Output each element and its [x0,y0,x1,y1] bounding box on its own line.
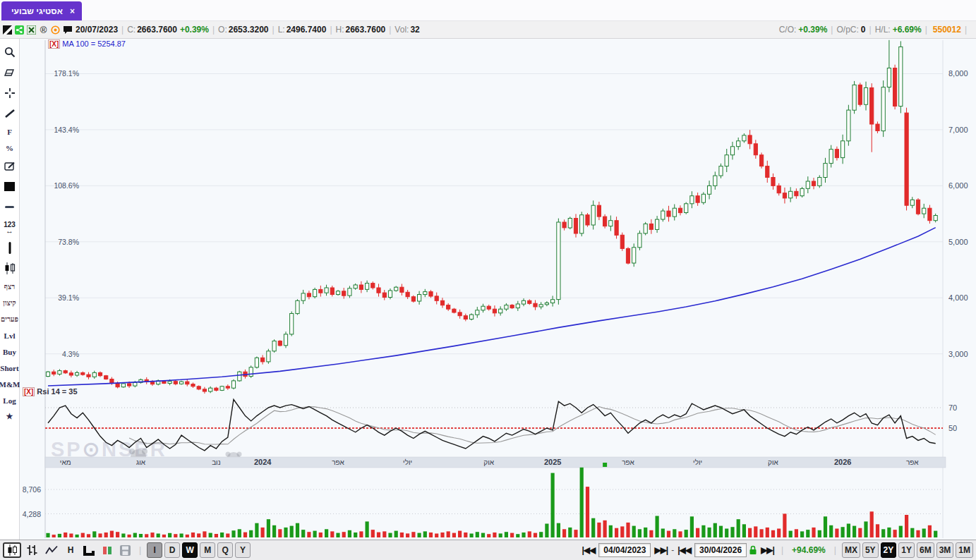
svg-text:6,000: 6,000 [948,181,968,190]
price-chart[interactable]: 8,000178.1%7,000143.4%6,000108.6%5,00073… [20,39,976,540]
target-icon[interactable] [50,25,61,35]
info-toolbar: ® 20/07/2023|C:2663.7600+0.39%|O:2653.32… [0,21,976,39]
svg-text:7,000: 7,000 [948,126,968,134]
range-start-forward-icon[interactable]: ▶▶| [653,545,669,555]
svg-text:4.3%: 4.3% [62,350,79,358]
ohlc-button[interactable] [23,542,40,558]
profile-button[interactable] [80,542,97,558]
interval-D-button[interactable]: D [164,542,180,558]
interval-M-button[interactable]: M [200,542,215,558]
svg-text:4,288: 4,288 [23,510,41,518]
rectangle-tool-icon[interactable] [0,176,20,197]
percent-tool[interactable]: % [0,140,20,156]
tool-sequence[interactable]: רצף [0,279,20,295]
interval-W-button[interactable]: W [182,542,198,558]
horizontal-line-tool-icon[interactable] [0,197,20,217]
svg-text:4,000: 4,000 [948,293,968,302]
trendline-icon[interactable] [0,103,20,123]
svg-text:73.8%: 73.8% [58,238,79,246]
zoom-1M-button[interactable]: 1M [956,542,973,558]
h-button[interactable]: H [63,542,78,558]
readout-field: O:2653.3200 [218,25,268,35]
svg-text:יולי: יולי [403,458,412,466]
bottom-toolbar: H|IDWMQY |◀◀04/04/2023▶▶|-|◀◀30/04/2026▶… [0,540,976,560]
range-start-back-icon[interactable]: |◀◀ [581,545,597,555]
svg-text:אוג: אוג [136,458,146,466]
share-icon[interactable] [14,25,25,35]
readout-right-field: C/O:+0.39% [779,25,828,35]
chart-icon[interactable] [2,25,13,35]
ma-indicator-label[interactable]: [X]MA 100 = 5254.87 [48,39,126,48]
tool-gaps[interactable]: פערים [0,311,20,327]
svg-text:143.4%: 143.4% [54,126,79,134]
tool-log[interactable]: Log [0,392,20,408]
zoom-3M-button[interactable]: 3M [936,542,954,558]
candle-pattern-icon[interactable] [0,258,20,279]
zoom-5Y-button[interactable]: 5Y [862,542,879,558]
range-start-date[interactable]: 04/04/2023 [598,543,651,557]
fibonacci-tool[interactable]: F [0,123,20,140]
readout-right-field: O/pC:0 [836,25,865,35]
range-end-back-icon[interactable]: |◀◀ [676,545,692,555]
zoom-6M-button[interactable]: 6M [917,542,934,558]
zoom-2Y-button[interactable]: 2Y [881,542,897,558]
colored-bars-button[interactable] [100,542,115,558]
chart-area[interactable]: 8,000178.1%7,000143.4%6,000108.6%5,00073… [20,39,976,540]
readout-field: C:2663.7600+0.39% [127,25,209,35]
tab-title: אסטיגי שבועי [11,6,63,16]
svg-text:178.1%: 178.1% [54,69,79,78]
comment-icon[interactable] [62,25,73,35]
tool-buy[interactable]: Buy [0,343,20,360]
vertical-line-tool-icon[interactable] [0,238,20,258]
info-icons: ® [2,25,73,35]
interval-Y-button[interactable]: Y [235,542,251,558]
svg-text:39.1%: 39.1% [58,293,79,302]
change-readout: C/O:+0.39%|O/pC:0|H/L:+6.69%|550012| [779,25,970,35]
readout-field: Vol:32 [394,25,419,35]
save-button[interactable] [117,542,133,558]
ma-label-text: MA 100 = 5254.87 [62,39,126,48]
period-change-badge: +94.69% [789,545,829,555]
zoom-1Y-button[interactable]: 1Y [898,542,915,558]
remove-ma-button[interactable]: [X] [48,39,60,49]
remove-rsi-button[interactable]: [X] [23,387,35,396]
tool-level[interactable]: Lvl [0,327,20,343]
readout-right-field: H/L:+6.69% [875,25,922,35]
svg-text:2025: 2025 [544,458,561,466]
annotate-icon[interactable] [0,156,20,176]
tab-weekly-strategy[interactable]: אסטיגי שבועי × [1,1,82,20]
tool-mm[interactable]: M&M [0,376,20,392]
svg-text:מאי: מאי [60,458,71,466]
lock-icon[interactable] [749,545,757,555]
favorite-star[interactable]: ★ [0,408,20,425]
close-icon[interactable]: × [70,6,75,16]
interval-I-button[interactable]: I [147,542,162,558]
svg-text:אפר: אפר [332,458,344,466]
svg-text:108.6%: 108.6% [54,181,79,190]
measure-tool[interactable]: 123↔ [0,217,20,238]
svg-text:אפר: אפר [906,458,919,466]
svg-text:אוק: אוק [483,458,494,466]
svg-text:2026: 2026 [834,458,851,466]
search-icon[interactable] [0,42,20,62]
svg-text:8,706: 8,706 [23,485,41,494]
candles-button[interactable] [3,542,21,558]
zoom-MX-button[interactable]: MX [842,542,860,558]
registered-icon[interactable]: ® [38,25,49,35]
excel-icon[interactable] [26,25,37,35]
readout-field: L:2496.7400 [278,25,327,35]
tool-short[interactable]: Short [0,360,20,376]
eraser-icon[interactable] [0,62,20,83]
svg-text:50: 50 [948,424,957,432]
crosshair-icon[interactable] [0,83,20,103]
tool-extreme[interactable]: קיצון [0,295,20,311]
svg-text:נוב: נוב [212,458,221,466]
range-end-date[interactable]: 30/04/2026 [694,543,747,557]
readout-date: 20/07/2023 [76,25,118,35]
readout-right-field: 550012 [931,25,961,35]
interval-Q-button[interactable]: Q [217,542,233,558]
readout-field: H:2663.7600 [336,25,386,35]
range-end-forward-icon[interactable]: ▶▶| [759,545,776,555]
rsi-indicator-label[interactable]: [X]Rsi 14 = 35 [23,387,78,396]
line-chart-button[interactable] [42,542,61,558]
